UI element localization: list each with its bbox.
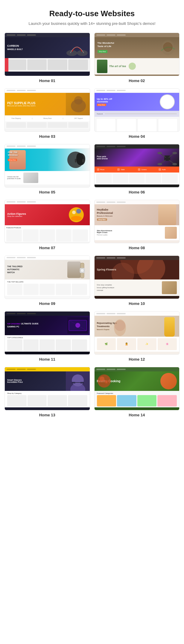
- demo-thumb-02[interactable]: The WonderfulTaste of Life Shop Now The …: [94, 33, 180, 76]
- svg-rect-37: [80, 382, 84, 383]
- svg-point-12: [157, 152, 162, 154]
- demo-item-14: Healthy Cooking Featured Categories: [94, 367, 180, 417]
- svg-point-13: [172, 152, 177, 154]
- demo-thumb-03[interactable]: PET SUPPLIE PLUS What your pet needs, wh…: [4, 88, 90, 132]
- demo-label-04: Home 04: [129, 134, 145, 139]
- svg-point-14: [157, 163, 162, 165]
- demo-item-03: PET SUPPLIE PLUS What your pet needs, wh…: [4, 88, 90, 139]
- page-subtitle: Launch your business quickly with 14+ st…: [4, 21, 180, 27]
- demo-thumb-06[interactable]: Four-axismini Drone Phone: [94, 144, 180, 188]
- svg-point-32: [115, 320, 125, 331]
- demo-thumb-08[interactable]: HeyBabeProfessional Beauty & Skincare Sh…: [94, 200, 180, 243]
- demo-thumb-07[interactable]: Action Figures Shop the collection Featu…: [4, 200, 90, 243]
- demo-thumb-09[interactable]: THE TAILOREDAUTOMATICWATCH THE TOP SELLE…: [4, 256, 90, 299]
- svg-point-22: [80, 269, 84, 272]
- demo-item-08: HeyBabeProfessional Beauty & Skincare Sh…: [94, 200, 180, 250]
- demo-label-10: Home 10: [129, 301, 145, 306]
- svg-rect-36: [72, 382, 75, 383]
- demo-thumb-01[interactable]: CARBON WHEELS BUILT: [4, 33, 90, 76]
- demo-item-13: Smart GlassesIncredible Price: [4, 367, 90, 417]
- demos-grid: CARBON WHEELS BUILT: [4, 33, 180, 417]
- svg-point-41: [105, 380, 108, 384]
- demo-label-07: Home 07: [39, 246, 55, 250]
- demo-label-14: Home 14: [129, 413, 145, 417]
- demo-item-01: CARBON WHEELS BUILT: [4, 33, 90, 83]
- demo-label-13: Home 13: [39, 413, 55, 417]
- demo-item-07: Action Figures Shop the collection Featu…: [4, 200, 90, 250]
- demo-thumb-13[interactable]: Smart GlassesIncredible Price: [4, 367, 90, 410]
- svg-point-6: [74, 96, 83, 105]
- demo-item-05: PRE 700Wireless Shop Now Unlock the full…: [4, 144, 90, 194]
- demo-label-05: Home 05: [39, 190, 55, 194]
- demo-thumb-10[interactable]: Spring Flowers One stop completeluxury g…: [94, 256, 180, 299]
- demo-item-04: Up to 40% offstorewide Shop Now Featured…: [94, 88, 180, 139]
- demo-thumb-04[interactable]: Up to 40% offstorewide Shop Now Featured: [94, 88, 180, 132]
- svg-point-25: [137, 260, 165, 279]
- svg-point-40: [100, 377, 104, 381]
- svg-point-15: [172, 163, 177, 165]
- demo-thumb-05[interactable]: PRE 700Wireless Shop Now Unlock the full…: [4, 144, 90, 188]
- svg-point-19: [76, 209, 81, 214]
- demo-thumb-14[interactable]: Healthy Cooking Featured Categories: [94, 367, 180, 410]
- demo-item-06: Four-axismini Drone Phone: [94, 144, 180, 194]
- page-container: Ready-to-use Websites Launch your busine…: [0, 0, 184, 429]
- demo-item-10: Spring Flowers One stop completeluxury g…: [94, 256, 180, 306]
- svg-point-3: [163, 43, 172, 52]
- svg-point-4: [129, 63, 136, 70]
- page-title: Ready-to-use Websites: [4, 9, 180, 18]
- demo-label-08: Home 08: [129, 246, 145, 250]
- demo-item-09: THE TAILOREDAUTOMATICWATCH THE TOP SELLE…: [4, 256, 90, 306]
- demo-label-11: Home 11: [39, 357, 55, 362]
- svg-point-18: [72, 211, 76, 214]
- demo-label-01: Home 01: [39, 78, 55, 83]
- svg-point-39: [98, 374, 111, 388]
- demo-label-12: Home 12: [129, 357, 145, 362]
- demo-label-09: Home 09: [39, 301, 55, 306]
- demo-thumb-11[interactable]: TOP CATEGORIES ULTIMATE GUIDEGAMING PC T…: [4, 311, 90, 355]
- demo-item-11: TOP CATEGORIES ULTIMATE GUIDEGAMING PC T…: [4, 311, 90, 362]
- svg-point-35: [72, 374, 84, 386]
- demo-label-02: Home 02: [129, 78, 145, 83]
- page-header: Ready-to-use Websites Launch your busine…: [4, 9, 180, 27]
- svg-point-17: [71, 216, 82, 221]
- demo-label-06: Home 06: [129, 190, 145, 194]
- demo-item-02: The WonderfulTaste of Life Shop Now The …: [94, 33, 180, 83]
- demo-thumb-12[interactable]: Rejuvenating SpaTreatments Natural & Org…: [94, 311, 180, 355]
- demo-item-12: Rejuvenating SpaTreatments Natural & Org…: [94, 311, 180, 362]
- demo-label-03: Home 03: [39, 134, 55, 139]
